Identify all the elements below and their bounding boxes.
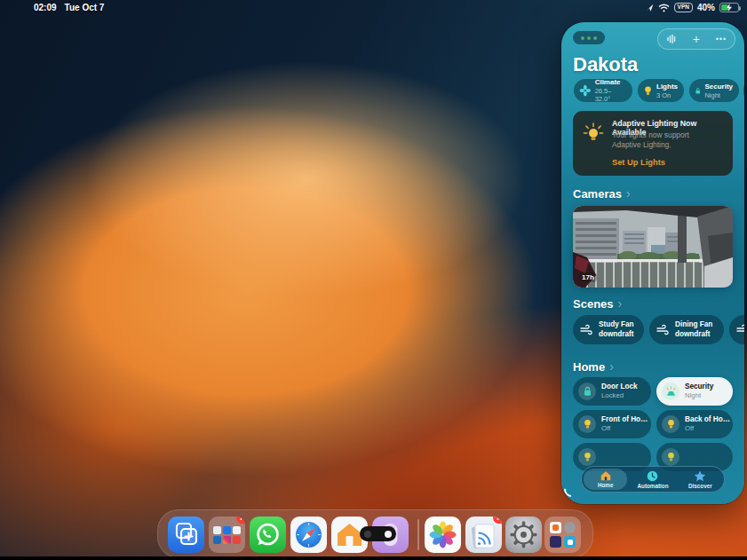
clock-icon [647, 470, 658, 482]
charging-bolt-icon [726, 4, 733, 12]
location-icon [646, 4, 654, 12]
dock-divider [417, 519, 419, 550]
tile-state: Locked [601, 391, 638, 399]
more-button[interactable]: ••• [716, 35, 727, 43]
status-right: VPN 40% [646, 3, 739, 12]
adaptive-lighting-card[interactable]: Adaptive Lighting Now Available Your lig… [573, 111, 733, 176]
tile-security[interactable]: SecurityNight [656, 377, 733, 406]
dock-app-paste-plus[interactable] [168, 517, 204, 553]
house-icon [600, 470, 612, 481]
dock-app-settings[interactable] [505, 517, 542, 553]
home-name-title: Dakota [573, 53, 638, 76]
chevron-right-icon: › [618, 296, 623, 311]
pill-value: Night [704, 91, 733, 99]
wind-icon [580, 324, 593, 335]
wind-icon [656, 324, 670, 335]
vpn-badge: VPN [674, 3, 693, 12]
camera-timestamp-badge: 17h [579, 272, 597, 282]
status-pill-partial[interactable] [743, 79, 744, 102]
lightbulb-icon [643, 85, 653, 97]
overlap-squares-plus-icon [168, 517, 204, 553]
tab-home[interactable]: Home [582, 467, 629, 492]
add-button[interactable]: + [693, 33, 700, 45]
notice-body: Your lights now support Adaptive Lightin… [612, 130, 719, 150]
lights-pill[interactable]: Lights3 On [638, 79, 684, 102]
scene-label: Study Fandowndraft [599, 320, 634, 339]
scene-study-fan[interactable]: Study Fandowndraft [573, 315, 644, 344]
status-bar: 02:09 Tue Oct 7 VPN 40% [0, 0, 747, 16]
window-controls-button[interactable] [573, 31, 605, 44]
climate-pill[interactable]: Climate26.5–32.0° [574, 79, 632, 102]
bottom-bezel [0, 556, 747, 560]
folder-mini-icons [550, 522, 576, 548]
dock-app-photos[interactable] [425, 517, 461, 553]
cameras-title: Cameras [573, 187, 622, 201]
wifi-icon [658, 4, 670, 12]
tile-state: Off [685, 424, 730, 432]
clock-time: 02:09 [34, 3, 57, 12]
tile-name: Front of Ho… [601, 415, 648, 424]
whatsapp-icon [250, 517, 286, 553]
notification-badge: 72 [236, 517, 245, 524]
lock-icon [583, 386, 592, 397]
status-left: 02:09 Tue Oct 7 [34, 3, 104, 12]
dock-app-whatsapp[interactable] [250, 517, 286, 553]
battery-percent: 40% [697, 3, 715, 12]
safari-compass-icon [290, 517, 327, 553]
security-pill[interactable]: SecurityNight [689, 79, 739, 102]
scene-label: Dining Fandowndraft [675, 320, 712, 339]
lock-icon [695, 85, 701, 97]
tile-state: Off [601, 424, 648, 432]
tab-label: Home [598, 482, 614, 488]
tile-name: Security [685, 383, 713, 391]
pill-value: 26.5–32.0° [595, 87, 626, 103]
lightbulb-icon [666, 419, 676, 430]
lightbulb-icon [666, 452, 676, 462]
pill-label: Climate [595, 78, 626, 87]
wind-icon [736, 324, 744, 335]
star-icon [694, 470, 706, 482]
scenes-section-header[interactable]: Scenes › [573, 297, 622, 311]
bulb-rays-icon [582, 122, 605, 145]
tab-label: Automation [638, 483, 669, 489]
pill-label: Lights [656, 83, 678, 91]
photos-flower-icon [425, 517, 461, 553]
intercom-icon[interactable] [666, 34, 677, 44]
cameras-section-header[interactable]: Cameras › [573, 187, 631, 201]
tile-back-light[interactable]: Back of Ho…Off [656, 410, 733, 438]
settings-gear-icon [505, 517, 542, 553]
chevron-right-icon: › [609, 359, 614, 374]
tab-bar: Home Automation Discover [581, 466, 725, 493]
scene-partial[interactable] [729, 315, 744, 344]
folder-mini-icons [213, 526, 241, 544]
pill-label: Security [704, 83, 733, 91]
tile-state: Night [685, 391, 713, 399]
lightbulb-icon [583, 419, 592, 430]
scene-dining-fan[interactable]: Dining Fandowndraft [649, 315, 724, 344]
tile-front-light[interactable]: Front of Ho…Off [573, 410, 651, 438]
clock-date: Tue Oct 7 [65, 3, 105, 12]
tab-discover[interactable]: Discover [677, 467, 724, 492]
pointer-indicator [360, 526, 396, 541]
pointer-dot-dark [364, 531, 371, 538]
siren-icon [665, 386, 677, 397]
tile-door-lock[interactable]: Door LockLocked [573, 377, 651, 406]
pointer-dot-light [385, 531, 392, 538]
dock-app-safari[interactable] [290, 517, 327, 553]
home-section-header[interactable]: Home › [573, 360, 614, 374]
scenes-title: Scenes [573, 297, 614, 311]
panel-toolbar: + ••• [657, 28, 735, 50]
dock-folder-social[interactable]: 72 [209, 517, 245, 553]
dock-app-news-reader[interactable]: 72 [465, 517, 502, 553]
home-app-panel: + ••• Dakota Climate26.5–32.0° Lights3 O… [561, 22, 744, 504]
tab-automation[interactable]: Automation [629, 467, 676, 492]
camera-snapshot [573, 206, 733, 288]
tab-label: Discover [688, 483, 712, 489]
home-title: Home [573, 360, 605, 374]
set-up-lights-link[interactable]: Set Up Lights [612, 158, 665, 167]
camera-card[interactable]: 17h [573, 206, 733, 288]
pill-value: 3 On [656, 91, 678, 99]
dock-folder-utilities[interactable] [544, 517, 581, 553]
tile-name: Door Lock [601, 383, 638, 391]
chevron-right-icon: › [626, 186, 631, 201]
